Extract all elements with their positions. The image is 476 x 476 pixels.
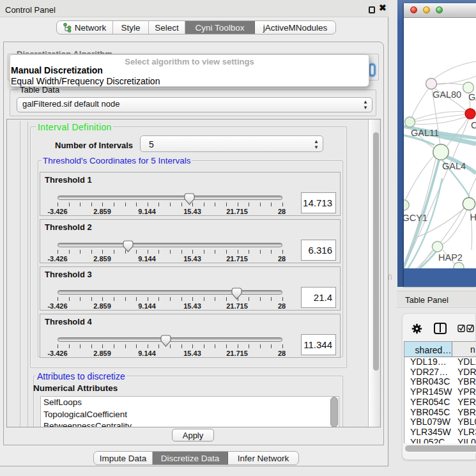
svg-text:GCY1: GCY1 xyxy=(404,213,427,223)
svg-text:C: C xyxy=(471,120,476,130)
svg-text:GAL4: GAL4 xyxy=(442,161,466,171)
svg-text:GAL80: GAL80 xyxy=(433,89,461,100)
svg-text:H: H xyxy=(470,212,476,222)
svg-text:HAP2: HAP2 xyxy=(438,252,463,263)
svg-text:GAL11: GAL11 xyxy=(411,128,439,138)
svg-text:GA: GA xyxy=(468,92,476,102)
